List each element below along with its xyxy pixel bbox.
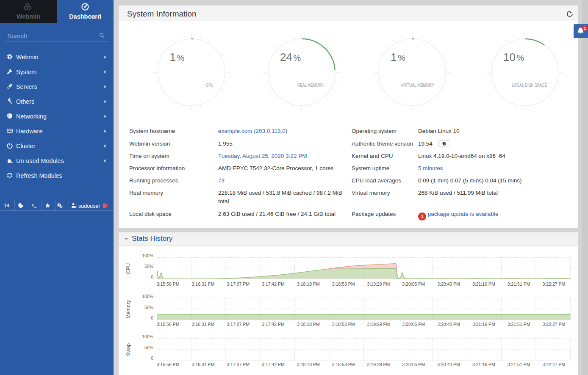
- svg-text:3:20:05 PM: 3:20:05 PM: [402, 281, 425, 287]
- svg-text:3:20:05 PM: 3:20:05 PM: [402, 362, 425, 367]
- svg-text:3:21:16 PM: 3:21:16 PM: [472, 322, 495, 327]
- svg-text:0: 0: [151, 356, 153, 361]
- svg-text:3:22:27 PM: 3:22:27 PM: [543, 281, 566, 287]
- svg-text:3:17:07 PM: 3:17:07 PM: [227, 281, 250, 287]
- svg-text:3:22:27 PM: 3:22:27 PM: [543, 362, 566, 367]
- svg-text:0: 0: [151, 315, 153, 320]
- svg-text:3:22:27 PM: 3:22:27 PM: [543, 322, 566, 327]
- svg-text:3:15:56 PM: 3:15:56 PM: [157, 362, 180, 367]
- svg-text:3:16:31 PM: 3:16:31 PM: [192, 362, 215, 367]
- svg-text:100%: 100%: [142, 294, 153, 299]
- svg-text:3:17:07 PM: 3:17:07 PM: [227, 322, 250, 327]
- svg-text:3:17:42 PM: 3:17:42 PM: [262, 281, 285, 287]
- svg-text:3:19:29 PM: 3:19:29 PM: [367, 362, 390, 367]
- svg-text:0: 0: [151, 274, 153, 279]
- svg-text:3:18:53 PM: 3:18:53 PM: [332, 281, 355, 287]
- svg-text:50%: 50%: [144, 345, 153, 350]
- svg-text:3:21:51 PM: 3:21:51 PM: [508, 322, 530, 327]
- svg-text:3:18:18 PM: 3:18:18 PM: [297, 281, 320, 287]
- svg-text:3:18:53 PM: 3:18:53 PM: [332, 362, 355, 367]
- svg-text:3:15:56 PM: 3:15:56 PM: [157, 281, 180, 287]
- svg-text:3:21:51 PM: 3:21:51 PM: [508, 362, 530, 367]
- svg-text:100%: 100%: [142, 334, 153, 339]
- svg-text:3:20:40 PM: 3:20:40 PM: [437, 362, 460, 367]
- svg-text:3:18:18 PM: 3:18:18 PM: [297, 322, 320, 327]
- svg-text:3:18:53 PM: 3:18:53 PM: [332, 322, 355, 327]
- svg-text:3:17:07 PM: 3:17:07 PM: [227, 362, 250, 367]
- svg-text:3:21:16 PM: 3:21:16 PM: [472, 281, 495, 287]
- svg-text:Memory: Memory: [125, 300, 131, 318]
- svg-text:3:20:40 PM: 3:20:40 PM: [437, 281, 460, 287]
- svg-text:3:20:05 PM: 3:20:05 PM: [402, 322, 425, 327]
- svg-text:3:19:29 PM: 3:19:29 PM: [367, 281, 390, 287]
- svg-text:3:19:29 PM: 3:19:29 PM: [367, 322, 390, 327]
- svg-text:CPU: CPU: [125, 263, 131, 274]
- svg-text:3:15:56 PM: 3:15:56 PM: [157, 322, 180, 327]
- svg-text:3:16:31 PM: 3:16:31 PM: [192, 322, 215, 327]
- svg-text:Swap: Swap: [125, 343, 131, 356]
- svg-text:50%: 50%: [144, 264, 153, 269]
- svg-text:3:20:40 PM: 3:20:40 PM: [437, 322, 460, 327]
- svg-text:3:17:42 PM: 3:17:42 PM: [262, 322, 285, 327]
- svg-text:3:21:16 PM: 3:21:16 PM: [472, 362, 495, 367]
- svg-text:3:18:18 PM: 3:18:18 PM: [297, 362, 320, 367]
- svg-text:100%: 100%: [142, 253, 153, 258]
- svg-text:50%: 50%: [144, 305, 153, 310]
- svg-text:3:17:42 PM: 3:17:42 PM: [262, 362, 285, 367]
- svg-text:3:16:31 PM: 3:16:31 PM: [192, 281, 215, 287]
- svg-text:3:21:51 PM: 3:21:51 PM: [508, 281, 530, 287]
